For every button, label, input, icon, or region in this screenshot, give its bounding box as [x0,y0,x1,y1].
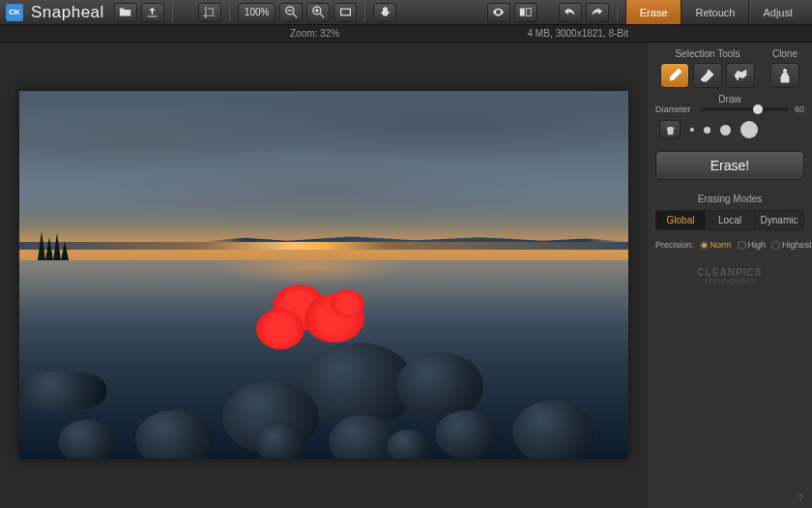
svg-rect-2 [341,9,351,15]
clone-tool[interactable] [770,63,799,88]
erasing-modes: Global Local Dynamic [655,210,804,230]
diameter-value: 60 [795,105,804,114]
tab-adjust[interactable]: Adjust [748,0,806,24]
cleanpics-logo: CLEANPICS TECHNOLOGY [655,267,804,284]
preview-button[interactable] [487,3,510,22]
lasso-tool[interactable] [726,63,755,88]
app-badge: CK [6,4,23,21]
separator [364,4,365,21]
clone-label: Clone [772,48,798,59]
eraser-tool[interactable] [693,63,722,88]
top-toolbar: CK Snapheal 100% Erase Retouch Adjust [0,0,812,25]
image-canvas[interactable] [19,91,628,459]
brush-size-xs[interactable] [690,128,694,132]
zoom-out-button[interactable] [279,3,303,22]
draw-label: Draw [655,94,804,105]
mode-dynamic[interactable]: Dynamic [754,211,803,229]
export-button[interactable] [141,3,164,22]
erase-mask [256,309,304,349]
tab-retouch[interactable]: Retouch [681,0,748,24]
app-name: Snapheal [31,3,104,22]
mode-global[interactable]: Global [656,211,705,229]
svg-rect-3 [520,8,525,15]
clear-mask-button[interactable] [659,120,681,139]
precision-highest[interactable]: Highest [771,240,812,250]
brush-size-sm[interactable] [704,127,710,134]
crop-button[interactable] [198,3,221,22]
compare-button[interactable] [514,3,537,22]
erase-button[interactable]: Erase! [655,151,804,180]
undo-button[interactable] [559,3,582,22]
precision-norm[interactable]: Norm [700,240,732,250]
mode-tabs: Erase Retouch Adjust [625,0,806,24]
erase-mask [331,289,364,318]
slider-thumb[interactable] [753,105,763,114]
fit-button[interactable] [334,3,357,22]
diameter-slider[interactable] [700,107,789,111]
status-bar: Zoom: 32% 4 MB, 3000x1821, 8-Bit [0,25,812,43]
brush-size-lg[interactable] [740,121,758,138]
precision-high[interactable]: High [738,240,767,250]
precision-row: Precision: Norm High Highest [655,240,804,250]
help-icon[interactable]: ? [793,491,808,506]
canvas-area [0,43,648,508]
mode-local[interactable]: Local [705,211,754,229]
svg-rect-4 [527,8,532,15]
zoom-percent[interactable]: 100% [238,3,276,22]
redo-button[interactable] [586,3,609,22]
image-info: 4 MB, 3000x1821, 8-Bit [527,28,628,39]
precision-label: Precision: [655,240,694,250]
selection-tools-label: Selection Tools [675,48,740,59]
zoom-status: Zoom: 32% [290,28,339,39]
right-sidebar: Selection Tools Clone Draw Diameter 60 [648,43,812,508]
erasing-modes-label: Erasing Modes [655,194,804,204]
brush-size-md[interactable] [720,125,731,135]
separator [617,4,618,21]
main-area: Selection Tools Clone Draw Diameter 60 [0,43,812,508]
brush-tool[interactable] [660,63,689,88]
diameter-label: Diameter [655,105,694,114]
open-button[interactable] [114,3,137,22]
zoom-in-button[interactable] [306,3,330,22]
separator [172,4,173,21]
separator [229,4,230,21]
tab-erase[interactable]: Erase [625,0,682,24]
hand-tool-button[interactable] [373,3,396,22]
